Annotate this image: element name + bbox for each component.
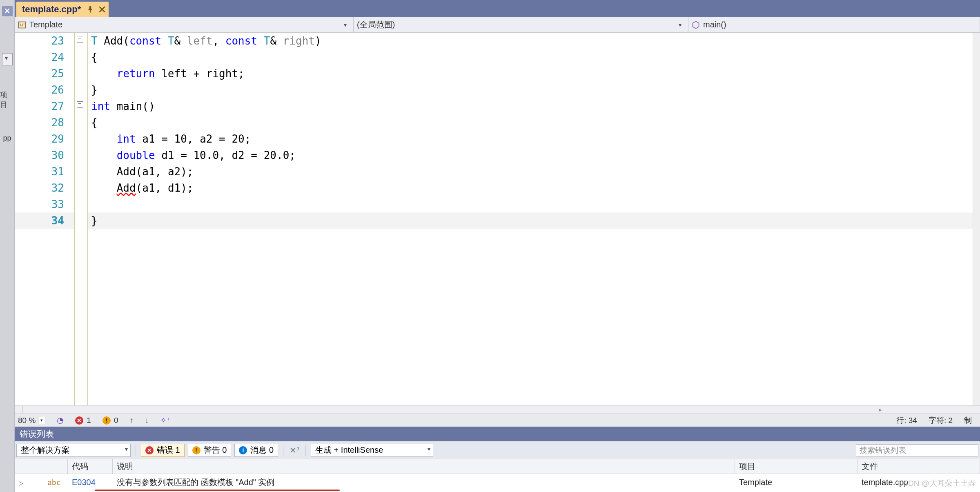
line-gutter: 232425262728293031323334 — [15, 33, 74, 405]
quick-fix-icon[interactable]: ✧⁺ — [160, 416, 171, 425]
table-row[interactable]: ▷ abc E0304 没有与参数列表匹配的 函数模板 "Add" 实例 Tem… — [15, 474, 980, 490]
scope-function[interactable]: main() — [688, 17, 980, 32]
separator — [305, 445, 306, 456]
caret-col: 字符: 2 — [929, 415, 953, 426]
table-header: 代码 说明 项目 文件 — [15, 459, 980, 474]
scope-function-label: main() — [703, 20, 726, 29]
chevron-down-icon: ▾ — [38, 417, 45, 424]
annotation-underline — [95, 490, 980, 492]
code-editor[interactable]: 232425262728293031323334 T Add(const T& … — [15, 33, 980, 405]
error-count[interactable]: ✕ 1 — [75, 416, 91, 425]
filter-errors[interactable]: ✕ 错误 1 — [141, 444, 185, 457]
warning-icon: ! — [192, 446, 200, 454]
rail-label-pp: pp — [3, 134, 11, 143]
nav-down-icon[interactable]: ↓ — [145, 416, 149, 425]
vertical-scrollbar[interactable] — [973, 33, 980, 405]
filter-warnings[interactable]: ! 警告 0 — [188, 444, 232, 457]
separator — [283, 445, 283, 456]
status-tail: 制 — [964, 415, 972, 426]
error-project: Template — [735, 478, 858, 487]
tab-strip: template.cpp* — [15, 0, 980, 17]
chevron-down-icon: ▾ — [340, 22, 350, 28]
clear-filter-icon[interactable]: ✕⁷ — [288, 444, 301, 456]
error-table: 代码 说明 项目 文件 ▷ abc E0304 没有与参数列表匹配的 函数模板 … — [15, 459, 980, 492]
panel-title: 错误列表 — [15, 427, 980, 441]
zoom-control[interactable]: 80 % ▾ — [18, 416, 45, 425]
filter-messages[interactable]: i 消息 0 — [234, 444, 278, 457]
rail-label-projects: 项目 — [0, 90, 14, 110]
expand-icon[interactable]: ▷ — [19, 480, 23, 486]
method-icon — [692, 21, 700, 29]
dropdown-stub[interactable] — [2, 53, 13, 65]
warning-count[interactable]: ! 0 — [102, 416, 118, 425]
scope-project-label: Template — [29, 20, 62, 29]
search-input[interactable]: 搜索错误列表 — [856, 444, 978, 456]
pin-icon[interactable] — [87, 6, 94, 13]
scope-namespace[interactable]: (全局范围) ▾ — [354, 17, 688, 32]
warning-icon: ! — [102, 416, 111, 425]
error-code: E0304 — [68, 478, 113, 487]
scope-project[interactable]: Template ▾ — [15, 17, 354, 32]
fold-toggle[interactable] — [77, 36, 83, 42]
tab-active[interactable]: template.cpp* — [16, 2, 109, 17]
editor-status-bar: 80 % ▾ ◔ ✕ 1 ! 0 ↑ ↓ ✧⁺ 行: 34 字符: 2 制 — [15, 414, 980, 427]
col-proj[interactable]: 项目 — [735, 459, 858, 474]
abc-icon: abc — [47, 478, 61, 487]
scope-bar: Template ▾ (全局范围) ▾ main() — [15, 17, 980, 33]
fold-margin — [74, 33, 88, 405]
close-icon[interactable]: ✕ — [2, 6, 13, 16]
scope-namespace-label: (全局范围) — [357, 19, 395, 30]
code-body[interactable]: T Add(const T& left, const T& right){ re… — [88, 33, 973, 405]
nav-up-icon[interactable]: ↑ — [129, 416, 134, 425]
zoom-value: 80 % — [18, 416, 36, 425]
error-desc: 没有与参数列表匹配的 函数模板 "Add" 实例 — [113, 477, 735, 488]
scope-select[interactable]: 整个解决方案 — [16, 444, 131, 457]
tab-title: template.cpp* — [22, 4, 81, 15]
svg-rect-0 — [18, 22, 26, 28]
panel-toolbar: 整个解决方案 ✕ 错误 1 ! 警告 0 i 消息 0 ✕⁷ 生成 + Inte… — [15, 441, 980, 459]
project-icon — [18, 21, 26, 29]
main-area: template.cpp* Template ▾ (全局范围) ▾ — [15, 0, 980, 492]
error-icon: ✕ — [145, 446, 154, 454]
col-code[interactable]: 代码 — [68, 459, 113, 474]
col-desc[interactable]: 说明 — [113, 459, 735, 474]
fold-toggle[interactable] — [77, 101, 83, 108]
chevron-down-icon: ▾ — [675, 22, 685, 28]
horizontal-scrollbar[interactable]: ▸ — [15, 405, 980, 414]
health-icon[interactable]: ◔ — [57, 416, 64, 425]
left-rail: ✕ 项目 pp — [0, 0, 15, 492]
close-tab-icon[interactable] — [99, 6, 105, 13]
col-file[interactable]: 文件 — [858, 459, 980, 474]
error-icon: ✕ — [75, 416, 83, 425]
separator — [136, 445, 136, 456]
source-select[interactable]: 生成 + IntelliSense — [311, 444, 433, 457]
caret-line: 行: 34 — [896, 415, 917, 426]
watermark: CSDN @大耳朵土土垚 — [898, 478, 976, 489]
info-icon: i — [239, 446, 247, 454]
